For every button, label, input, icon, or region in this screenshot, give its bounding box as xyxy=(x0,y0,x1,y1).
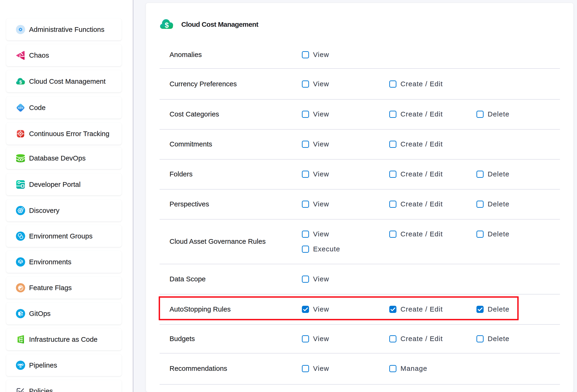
svg-text:$: $ xyxy=(165,21,169,29)
svg-text:$: $ xyxy=(19,79,22,84)
svg-text:</>: </> xyxy=(18,106,23,109)
